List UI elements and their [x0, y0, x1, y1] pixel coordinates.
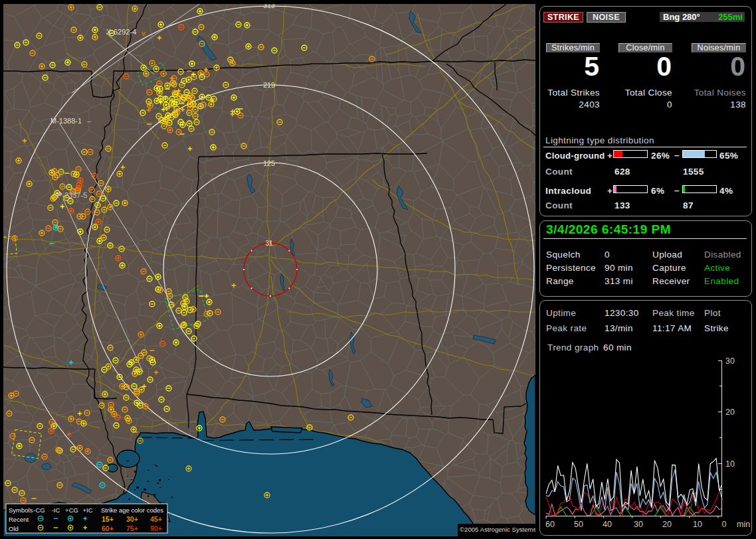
- svg-text:–: –: [87, 117, 92, 125]
- svg-text:90+: 90+: [150, 524, 162, 532]
- svg-text:31: 31: [265, 240, 273, 247]
- svg-text:Old: Old: [9, 525, 19, 532]
- svg-text:20: 20: [725, 408, 735, 417]
- svg-text:+IC: +IC: [82, 506, 92, 514]
- svg-text:P-2337-5: P-2337-5: [57, 191, 87, 199]
- svg-text:Recent: Recent: [9, 516, 29, 523]
- svg-text:Symbols: Symbols: [9, 506, 33, 514]
- svg-text:313: 313: [263, 4, 275, 9]
- svg-text:75+: 75+: [126, 524, 138, 532]
- svg-text:30+: 30+: [126, 515, 138, 523]
- svg-text:Strike age color codes: Strike age color codes: [101, 506, 163, 514]
- svg-text:50: 50: [574, 520, 583, 529]
- svg-text:M-1388-1: M-1388-1: [50, 117, 82, 125]
- svg-text:60+: 60+: [102, 524, 114, 532]
- svg-text:-CG: -CG: [33, 506, 45, 514]
- svg-text:©2005 Astrogenic Systems: ©2005 Astrogenic Systems: [460, 526, 535, 533]
- svg-text:0: 0: [722, 520, 727, 529]
- svg-text:60: 60: [545, 520, 555, 529]
- svg-text:20: 20: [662, 520, 672, 529]
- svg-text:15+: 15+: [102, 515, 114, 523]
- svg-text:-IC: -IC: [52, 506, 60, 514]
- svg-text:219: 219: [263, 81, 275, 89]
- svg-text:min: min: [737, 520, 750, 529]
- svg-text:+CG: +CG: [65, 506, 78, 514]
- svg-text:125: 125: [263, 159, 275, 167]
- svg-text:45+: 45+: [150, 515, 162, 523]
- svg-text:30: 30: [725, 356, 735, 366]
- svg-text:X-6292-4: X-6292-4: [106, 28, 136, 36]
- svg-text:40: 40: [603, 520, 612, 529]
- svg-text:10: 10: [693, 520, 702, 529]
- svg-text:10: 10: [725, 459, 735, 469]
- svg-text:v: v: [142, 29, 146, 37]
- svg-text:30: 30: [634, 520, 643, 529]
